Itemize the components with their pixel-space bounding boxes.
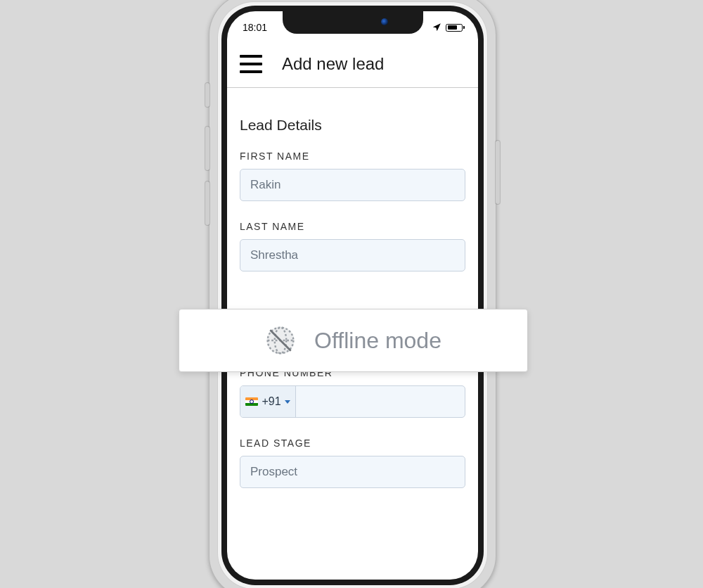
status-time: 18:01	[243, 22, 267, 33]
menu-icon[interactable]	[240, 53, 262, 75]
first-name-input[interactable]	[240, 169, 465, 201]
offline-text: Offline mode	[314, 328, 441, 354]
phone-frame: 18:01 Add new lead Lea	[209, 0, 496, 588]
country-code-text: +91	[262, 395, 280, 408]
lead-stage-value: Prospect	[250, 465, 297, 479]
header-divider	[227, 87, 478, 88]
power-button	[496, 141, 500, 204]
section-title: Lead Details	[240, 117, 465, 134]
phone-field: PHONE NUMBER +91	[240, 367, 465, 418]
last-name-field: LAST NAME	[240, 221, 465, 271]
phone-input[interactable]	[296, 386, 465, 417]
first-name-label: FIRST NAME	[240, 151, 465, 162]
offline-banner: Offline mode	[179, 309, 528, 372]
status-bar: 18:01	[227, 17, 478, 38]
lead-stage-label: LEAD STAGE	[240, 437, 465, 449]
phone-input-group: +91	[240, 385, 465, 418]
phone-bezel: 18:01 Add new lead Lea	[221, 6, 484, 585]
app-header: Add new lead	[227, 41, 478, 87]
country-code-select[interactable]: +91	[240, 386, 296, 417]
volume-down-button	[205, 181, 209, 225]
first-name-field: FIRST NAME	[240, 151, 465, 201]
chevron-down-icon	[285, 400, 290, 404]
last-name-label: LAST NAME	[240, 221, 465, 232]
status-indicators	[432, 23, 463, 32]
lead-stage-field: LEAD STAGE Prospect	[240, 437, 465, 488]
volume-up-button	[205, 127, 209, 170]
phone-outer: 18:01 Add new lead Lea	[217, 1, 488, 588]
page-title: Add new lead	[282, 54, 384, 74]
battery-icon	[446, 24, 463, 32]
offline-globe-icon	[265, 325, 296, 356]
last-name-input[interactable]	[240, 239, 465, 271]
location-icon	[432, 23, 441, 32]
mute-switch	[205, 83, 209, 107]
lead-stage-select[interactable]: Prospect	[240, 456, 465, 488]
flag-india-icon	[245, 397, 258, 406]
phone-screen: 18:01 Add new lead Lea	[227, 11, 478, 580]
